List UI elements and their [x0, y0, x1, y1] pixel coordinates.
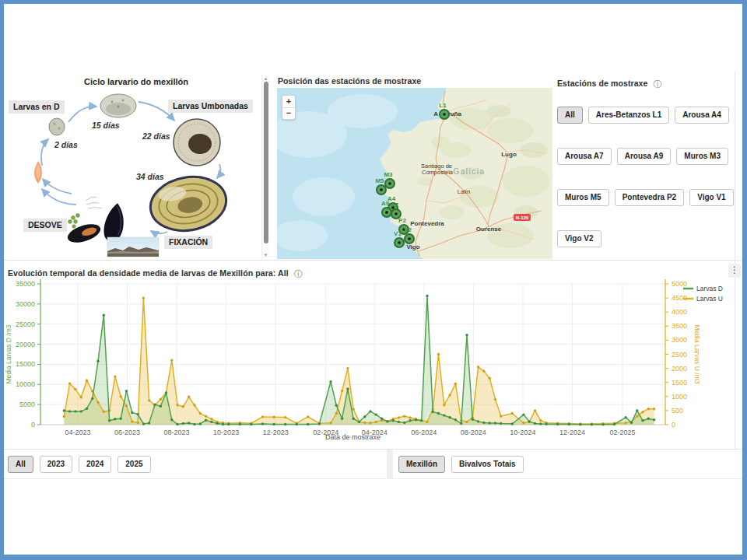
- duration-2-dias: 2 días: [54, 140, 78, 149]
- chart-x-axis: 04-202306-202308-202310-202312-202302-20…: [40, 425, 665, 441]
- lifecycle-scrollbar[interactable]: ▲ ▼: [261, 75, 269, 259]
- scroll-up-icon[interactable]: ▲: [262, 76, 269, 81]
- svg-text:Vigo: Vigo: [406, 243, 419, 250]
- station-btn-vigo-v1[interactable]: Vigo V1: [689, 189, 734, 206]
- chart-title: Evolución temporal da densidade media de…: [8, 268, 289, 278]
- svg-text:Compostela: Compostela: [422, 169, 454, 176]
- coast-photo: [107, 237, 159, 257]
- svg-text:A9: A9: [381, 200, 390, 207]
- station-btn-ares-betanzos-l1[interactable]: Ares-Betanzos L1: [588, 107, 669, 124]
- chart-left-axis: 05000100001500020000250003000035000Media…: [5, 279, 40, 429]
- svg-text:P2: P2: [398, 217, 406, 224]
- svg-text:2500: 2500: [672, 351, 687, 359]
- svg-text:Pontevedra: Pontevedra: [410, 220, 444, 227]
- station-button-group: AllAres-Betanzos L1Arousa A4Arousa A7Aro…: [557, 107, 738, 247]
- svg-text:30000: 30000: [16, 300, 35, 308]
- svg-text:4000: 4000: [672, 308, 687, 316]
- divider-toolbar-bottom: [0, 478, 747, 479]
- zoom-in-button[interactable]: +: [282, 96, 295, 108]
- chart-info-icon[interactable]: ⓘ: [294, 269, 303, 278]
- chart-legend: Larvas DLarvas U: [683, 285, 723, 303]
- stage-label-fixacion: FIXACIÓN: [164, 236, 212, 249]
- year-btn-2025[interactable]: 2025: [117, 456, 150, 473]
- station-btn-muros-m5[interactable]: Muros M5: [557, 189, 609, 206]
- svg-text:Larvas U: Larvas U: [696, 295, 723, 303]
- station-btn-muros-m3[interactable]: Muros M3: [676, 148, 728, 165]
- svg-text:1500: 1500: [672, 379, 687, 387]
- station-btn-arousa-a7[interactable]: Arousa A7: [557, 148, 612, 165]
- year-btn-2023[interactable]: 2023: [40, 456, 72, 473]
- larva-d-image: [49, 118, 65, 135]
- spray-lines: [86, 197, 102, 208]
- svg-text:Media Larvas U /m3: Media Larvas U /m3: [693, 324, 701, 383]
- spawn-image: [34, 161, 42, 184]
- svg-text:5000: 5000: [672, 280, 687, 288]
- stage-label-larvas-d: Larvas en D: [9, 100, 65, 114]
- svg-text:Lugo: Lugo: [501, 151, 517, 158]
- stations-title: Estacións de mostraxe: [557, 79, 647, 88]
- year-btn-2024[interactable]: 2024: [79, 456, 111, 473]
- svg-text:3000: 3000: [672, 336, 687, 344]
- svg-text:04-2023: 04-2023: [65, 429, 90, 436]
- svg-text:10000: 10000: [16, 380, 35, 388]
- mussel-open-image: [65, 221, 103, 247]
- svg-text:A7: A7: [391, 201, 399, 208]
- duration-15-dias: 15 días: [92, 121, 120, 130]
- svg-text:Media Larvas D /m3: Media Larvas D /m3: [5, 324, 12, 383]
- svg-text:V2: V2: [404, 226, 412, 233]
- svg-text:Data de mostraxe: Data de mostraxe: [325, 433, 381, 441]
- svg-text:V1: V1: [394, 230, 402, 237]
- chart-panel: Evolución temporal da densidade media de…: [0, 261, 747, 449]
- species-btn-mexill-n[interactable]: Mexillón: [398, 456, 445, 473]
- svg-text:2000: 2000: [672, 365, 687, 373]
- station-btn-arousa-a4[interactable]: Arousa A4: [675, 107, 729, 124]
- map-panel: Posición das estacións de mostraxe: [277, 75, 554, 259]
- svg-text:06-2023: 06-2023: [114, 429, 140, 436]
- svg-text:Galicia: Galicia: [453, 167, 485, 176]
- scrollbar-thumb[interactable]: [264, 82, 268, 243]
- series-area-larvas-u: [64, 298, 654, 425]
- larva-umbonada-image: [174, 119, 220, 166]
- year-btn-all[interactable]: All: [8, 456, 33, 473]
- svg-text:L1: L1: [439, 102, 447, 109]
- eggs-image: [68, 214, 80, 229]
- chart-menu-button[interactable]: ⋮: [728, 264, 741, 278]
- duration-34-dias: 34 días: [136, 172, 164, 181]
- scroll-down-icon[interactable]: ▼: [262, 253, 269, 257]
- stations-panel: Estacións de mostraxeⓘ AllAres-Betanzos …: [557, 74, 738, 259]
- station-btn-vigo-v2[interactable]: Vigo V2: [557, 230, 601, 247]
- duration-22-dias: 22 días: [142, 131, 170, 141]
- map-title: Posición das estacións de mostraxe: [278, 76, 421, 86]
- svg-text:25000: 25000: [16, 320, 35, 328]
- svg-text:1000: 1000: [672, 393, 687, 401]
- svg-text:N-120: N-120: [516, 215, 529, 220]
- svg-text:35000: 35000: [16, 280, 35, 288]
- species-btn-bivalvos-totais[interactable]: Bivalvos Totais: [451, 456, 524, 473]
- station-btn-pontevedra-p2[interactable]: Pontevedra P2: [615, 189, 684, 206]
- mussel-upright-image: [102, 201, 127, 243]
- svg-text:0: 0: [672, 421, 675, 429]
- stations-info-icon[interactable]: ⓘ: [653, 79, 661, 89]
- svg-text:5000: 5000: [19, 401, 35, 408]
- lifecycle-panel: Ciclo larvario do mexillón Larvas en D L…: [6, 74, 263, 259]
- svg-text:Lalín: Lalín: [458, 188, 470, 195]
- larvae-density-chart[interactable]: 04-202306-202308-202310-202312-202302-20…: [0, 261, 735, 448]
- zoom-out-button[interactable]: −: [282, 108, 295, 119]
- svg-text:06-2024: 06-2024: [411, 429, 437, 436]
- svg-text:02-2025: 02-2025: [609, 429, 635, 436]
- road-badge-n120: N-120: [514, 214, 531, 221]
- station-btn-all[interactable]: All: [557, 107, 583, 124]
- svg-text:500: 500: [672, 407, 683, 415]
- year-filter-group: All202320242025: [8, 456, 151, 473]
- map-canvas[interactable]: A CoruñaLugoSantiago deCompostelaLalínPo…: [277, 88, 552, 259]
- svg-text:0: 0: [31, 421, 35, 429]
- species-filter-group: MexillónBivalvos Totais: [398, 456, 524, 473]
- svg-text:08-2023: 08-2023: [164, 429, 190, 436]
- station-btn-arousa-a9[interactable]: Arousa A9: [617, 148, 672, 165]
- stage-label-larvas-umbonadas: Larvas Umbonadas: [168, 100, 253, 113]
- svg-text:10-2024: 10-2024: [510, 429, 535, 436]
- diagram-title: Ciclo larvario do mexillón: [53, 77, 219, 86]
- svg-text:Larvas D: Larvas D: [696, 285, 723, 292]
- svg-text:Ourense: Ourense: [476, 226, 502, 233]
- svg-text:08-2024: 08-2024: [461, 429, 486, 436]
